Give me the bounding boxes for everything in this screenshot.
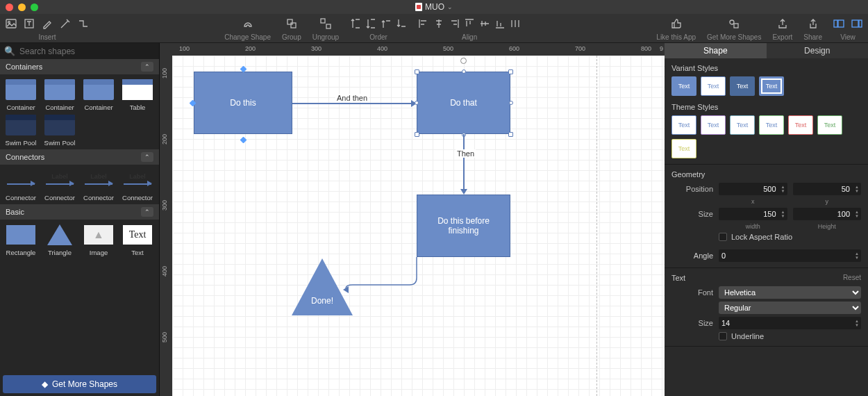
resize-handle[interactable] [508, 69, 513, 74]
minimize-window-button[interactable] [18, 3, 26, 11]
variant-style-option[interactable]: Text [671, 76, 696, 96]
send-back-icon[interactable] [365, 18, 376, 29]
insert-text-icon[interactable] [24, 18, 35, 29]
resize-handle[interactable] [415, 69, 419, 74]
theme-style-option[interactable]: Text [759, 115, 784, 135]
change-shape-group[interactable]: Change Shape [219, 14, 276, 42]
share-button[interactable]: Share [798, 14, 828, 42]
close-window-button[interactable] [6, 3, 13, 11]
variant-style-option[interactable]: Text [701, 76, 726, 96]
shape-thumb[interactable]: Swim Pool [1, 113, 40, 147]
connectors-section-head[interactable]: Connectors⌃ [0, 149, 159, 165]
shape-thumb[interactable]: Container [1, 77, 40, 111]
geometry-label: Geometry [671, 170, 861, 179]
align-hcenter-icon[interactable] [433, 18, 444, 29]
reset-button[interactable]: Reset [843, 274, 861, 282]
variant-style-option[interactable]: Text [730, 76, 755, 96]
resize-handle[interactable] [462, 69, 466, 74]
shape-thumb[interactable]: LabelConnector [79, 167, 118, 201]
insert-pen-icon[interactable] [60, 18, 71, 29]
svg-rect-6 [326, 24, 331, 28]
connector[interactable] [292, 103, 412, 104]
resize-handle[interactable] [509, 101, 513, 105]
shape-do-that[interactable]: Do that [417, 72, 510, 134]
lock-aspect-checkbox[interactable]: Lock Aspect Ratio [719, 233, 861, 241]
width-input[interactable]: ▲▼ [719, 208, 787, 220]
shape-thumb[interactable]: LabelConnector [118, 167, 157, 201]
theme-style-option[interactable]: Text [730, 115, 755, 135]
ungroup-button[interactable]: Ungroup [307, 14, 344, 42]
tab-design[interactable]: Design [767, 43, 869, 58]
stepper-icon[interactable]: ▲▼ [853, 210, 861, 218]
canvas[interactable]: Do this And then Do that [172, 56, 665, 396]
resize-handle[interactable] [415, 101, 419, 105]
align-top-icon[interactable] [464, 18, 475, 29]
shape-thumb[interactable]: Table [118, 77, 157, 111]
connector-label[interactable]: And then [335, 94, 369, 102]
height-input[interactable]: ▲▼ [793, 208, 862, 220]
theme-style-option[interactable]: Text [671, 139, 696, 158]
export-button[interactable]: Export [767, 14, 798, 42]
shape-thumb[interactable]: Container [79, 77, 118, 111]
insert-image-icon[interactable] [6, 18, 17, 29]
get-more-shapes-button[interactable]: ◆ Get More Shapes [3, 375, 156, 393]
bring-front-icon[interactable] [350, 18, 361, 29]
search-shapes[interactable]: 🔍 [0, 43, 159, 59]
shape-do-this[interactable]: Do this [194, 72, 292, 134]
basic-section-head[interactable]: Basic⌃ [0, 204, 159, 220]
view-panels-icon[interactable] [833, 18, 844, 29]
get-shapes-button[interactable]: Get More Shapes [701, 14, 767, 42]
shape-thumb[interactable]: Rectangle [1, 222, 40, 256]
distribute-icon[interactable] [510, 18, 521, 29]
align-bottom-icon[interactable] [494, 18, 506, 29]
containers-section-head[interactable]: Containers⌃ [0, 59, 159, 74]
like-app-button[interactable]: Like this App [651, 14, 701, 42]
position-x-input[interactable]: ▲▼ [719, 183, 787, 195]
resize-handle[interactable] [508, 132, 513, 137]
insert-connector-icon[interactable] [78, 18, 89, 29]
zoom-window-button[interactable] [31, 3, 38, 11]
group-button[interactable]: Group [276, 14, 307, 42]
search-icon: 🔍 [4, 46, 15, 56]
stepper-icon[interactable]: ▲▼ [779, 185, 787, 193]
shape-thumb[interactable]: Connector [1, 167, 40, 201]
document-title[interactable]: MUO ⌄ [415, 2, 453, 12]
shape-thumb[interactable]: Swim Pool [40, 113, 79, 147]
shape-thumb[interactable]: Container [40, 77, 79, 111]
connector-label[interactable]: Then [456, 149, 476, 158]
position-y-input[interactable]: ▲▼ [793, 183, 862, 195]
angle-input[interactable]: ▲▼ [719, 249, 861, 262]
rotation-handle[interactable] [460, 58, 467, 64]
align-left-icon[interactable] [418, 18, 429, 29]
shape-thumb[interactable]: ▲Image [79, 222, 118, 256]
resize-handle[interactable] [415, 132, 419, 137]
theme-style-option[interactable]: Text [788, 115, 813, 135]
align-vcenter-icon[interactable] [479, 18, 490, 29]
tab-shape[interactable]: Shape [665, 43, 767, 58]
theme-style-option[interactable]: Text [817, 115, 842, 135]
shape-done[interactable]: Done! [292, 258, 353, 315]
font-select[interactable]: Helvetica [719, 286, 861, 299]
stepper-icon[interactable]: ▲▼ [779, 210, 787, 218]
font-size-input[interactable]: ▲▼ [719, 317, 861, 329]
shape-thumb[interactable]: TextText [118, 222, 157, 256]
view-canvas-icon[interactable] [851, 18, 862, 29]
shape-do-before[interactable]: Do this before finishing [417, 195, 510, 257]
stepper-icon[interactable]: ▲▼ [853, 185, 861, 193]
theme-style-option[interactable]: Text [701, 115, 726, 135]
search-input[interactable] [19, 47, 155, 56]
stepper-icon[interactable]: ▲▼ [853, 319, 861, 327]
shape-thumb[interactable]: Triangle [40, 222, 79, 256]
backward-icon[interactable] [396, 18, 407, 29]
connector[interactable] [463, 134, 465, 191]
variant-style-option-selected[interactable]: Text [759, 76, 784, 96]
align-right-icon[interactable] [449, 18, 460, 29]
shape-thumb[interactable]: LabelConnector [40, 167, 79, 201]
theme-style-option[interactable]: Text [671, 115, 696, 135]
underline-checkbox[interactable]: Underline [719, 332, 861, 340]
stepper-icon[interactable]: ▲▼ [853, 251, 861, 260]
svg-rect-9 [834, 20, 837, 27]
weight-select[interactable]: Regular [719, 302, 861, 314]
forward-icon[interactable] [381, 18, 392, 29]
insert-pencil-icon[interactable] [42, 18, 53, 29]
